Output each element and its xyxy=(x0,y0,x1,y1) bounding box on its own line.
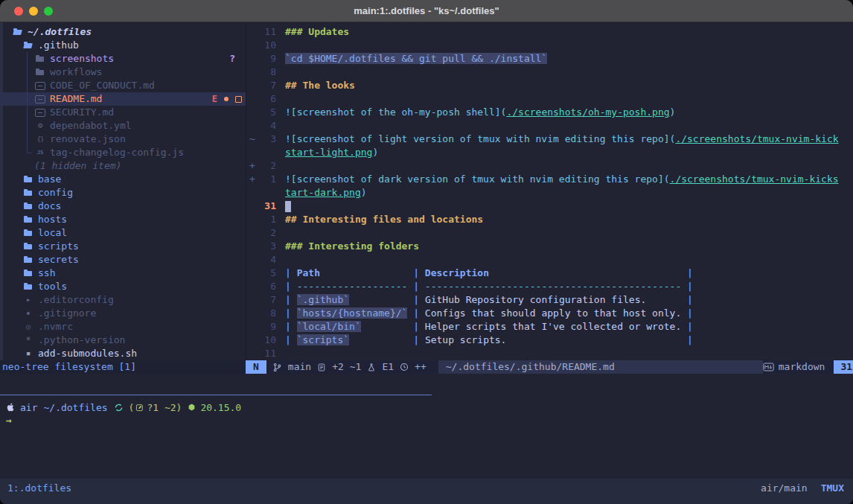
editor-line[interactable]: 8| `hosts/{hostname}/` | Configs that sh… xyxy=(246,307,853,320)
editor-line[interactable]: 10 xyxy=(246,39,853,52)
line-text xyxy=(285,200,291,213)
tree-item-dependabot.yml[interactable]: dependabot.yml xyxy=(0,119,246,133)
terminal-window: main:1:.dotfiles - "ks~/.dotfiles" ~/.do… xyxy=(0,0,853,504)
gutter-sign xyxy=(246,320,257,334)
editor-line[interactable]: 1## Interesting files and locations xyxy=(246,213,853,226)
line-text: ![screenshot of the oh-my-posh shell](./… xyxy=(285,106,675,119)
line-number: 9 xyxy=(257,52,276,66)
editor-pane[interactable]: 11### Updates109`cd $HOME/.dotfiles && g… xyxy=(246,22,853,360)
editor-line[interactable]: 11 xyxy=(246,347,853,360)
editor-line[interactable]: tart-dark.png) xyxy=(246,186,853,200)
tree-item-label: dependabot.yml xyxy=(50,119,132,133)
tree-item-label: SECURITY.md xyxy=(50,106,114,119)
tree-item-base[interactable]: base xyxy=(0,173,246,186)
line-number: 3 xyxy=(257,133,276,146)
editor-line[interactable]: start-light.png) xyxy=(246,146,853,159)
tree-item-scripts[interactable]: scripts xyxy=(0,240,246,253)
nvim-statusline: N main +2 ~1 E1 ++ ~/.do xyxy=(246,360,853,374)
tree-indent xyxy=(4,240,22,253)
tree-indent xyxy=(4,186,22,200)
tree-item-.nvmrc[interactable]: .nvmrc xyxy=(0,320,246,334)
editor-line[interactable]: 6| ------------------- | ---------------… xyxy=(246,280,853,293)
editor-line[interactable]: 9`cd $HOME/.dotfiles && git pull && ./in… xyxy=(246,52,853,66)
line-number: 7 xyxy=(257,293,276,307)
editor-line[interactable]: 31 xyxy=(246,200,853,213)
close-button[interactable] xyxy=(14,7,23,16)
editor-line[interactable]: 6 xyxy=(246,92,853,106)
tmux-window-1[interactable]: 1:.dotfiles xyxy=(7,482,71,495)
line-number: 4 xyxy=(257,253,276,267)
gutter-sign xyxy=(246,267,257,280)
tree-item-add-submodules.sh[interactable]: add-submodules.sh xyxy=(0,347,246,360)
editor-line[interactable]: 7| `.github` | GitHub Repository configu… xyxy=(246,293,853,307)
tree-item-hosts[interactable]: hosts xyxy=(0,213,246,226)
gear-icon xyxy=(34,119,46,133)
tree-item-.github[interactable]: .github xyxy=(0,39,246,52)
zoom-button[interactable] xyxy=(44,7,53,16)
tree-item-readme.md[interactable]: README.mdE xyxy=(0,92,246,106)
editor-line[interactable]: 2 xyxy=(246,226,853,240)
tree-item-ssh[interactable]: ssh xyxy=(0,267,246,280)
line-text: `cd $HOME/.dotfiles && git pull && ./ins… xyxy=(285,52,547,66)
editor-line[interactable]: +2 xyxy=(246,159,853,173)
line-text: ![screenshot of dark version of tmux wit… xyxy=(285,173,839,186)
tree-item-code-of-conduct.md[interactable]: CODE_OF_CONDUCT.md xyxy=(0,79,246,92)
tree-item-config[interactable]: config xyxy=(0,186,246,200)
tree-item-security.md[interactable]: SECURITY.md xyxy=(0,106,246,119)
line-number: 8 xyxy=(257,66,276,79)
tree-item-tag-changelog-config.js[interactable]: tag-changelog-config.js xyxy=(0,146,246,159)
editor-line[interactable]: 5![screenshot of the oh-my-posh shell](.… xyxy=(246,106,853,119)
editor-line[interactable]: 3### Interesting folders xyxy=(246,240,853,253)
tree-item-label: (1 hidden item) xyxy=(34,159,121,173)
tree-item-local[interactable]: local xyxy=(0,226,246,240)
editor-line[interactable]: 4 xyxy=(246,253,853,267)
plugin-updates: ++ xyxy=(415,360,426,374)
editor-line[interactable]: ~3![screenshot of light version of tmux … xyxy=(246,133,853,146)
editor-line[interactable]: 7## The looks xyxy=(246,79,853,92)
line-text: | `.github` | GitHub Repository configur… xyxy=(285,293,693,307)
node-icon xyxy=(188,403,196,412)
neotree-sidebar[interactable]: ~/.dotfiles.githubscreenshots?workflowsC… xyxy=(0,22,246,360)
md-icon xyxy=(34,79,46,92)
gutter-sign xyxy=(246,200,257,213)
tree-item-.python-version[interactable]: .python-version xyxy=(0,334,246,347)
tree-item-secrets[interactable]: secrets xyxy=(0,253,246,267)
shell-pane[interactable]: air ~/.dotfiles ( ?1 ~2 ) 20.15.0 → xyxy=(0,395,853,479)
editor-line[interactable]: 8 xyxy=(246,66,853,79)
tree-item-tools[interactable]: tools xyxy=(0,280,246,293)
line-text: | `hosts/{hostname}/` | Configs that sho… xyxy=(285,307,693,320)
tree-item-label: secrets xyxy=(38,253,79,267)
tree-item-.dotfiles[interactable]: ~/.dotfiles xyxy=(0,25,246,39)
editor-line[interactable]: 4 xyxy=(246,119,853,133)
tree-item-label: screenshots xyxy=(50,52,114,66)
tree-item-label: scripts xyxy=(38,240,79,253)
folder-icon xyxy=(34,66,46,79)
tree-item-.editorconfig[interactable]: .editorconfig xyxy=(0,293,246,307)
tmux-badge: TMUX xyxy=(821,482,844,495)
js-icon xyxy=(34,146,46,159)
tree-item-workflows[interactable]: workflows xyxy=(0,66,246,79)
git-status-open: ( xyxy=(129,402,135,413)
line-text: tart-dark.png) xyxy=(285,186,367,200)
tree-item-label: .python-version xyxy=(38,334,125,347)
tree-item-label: tag-changelog-config.js xyxy=(50,146,184,159)
tree-indent xyxy=(4,347,22,360)
tree-item-docs[interactable]: docs xyxy=(0,200,246,213)
titlebar[interactable]: main:1:.dotfiles - "ks~/.dotfiles" xyxy=(0,0,853,22)
editor-line[interactable]: 10| `scripts` | Setup scripts. | xyxy=(246,334,853,347)
hostname: air xyxy=(20,402,37,413)
tree-item-1-hidden-item[interactable]: (1 hidden item) xyxy=(0,159,246,173)
tree-item-screenshots[interactable]: screenshots? xyxy=(0,52,246,66)
editor-line[interactable]: 5| Path | Description | xyxy=(246,267,853,280)
tree-item-renovate.json[interactable]: renovate.json xyxy=(0,133,246,146)
line-text: ### Updates xyxy=(285,25,349,39)
tree-item-.gitignore[interactable]: .gitignore xyxy=(0,307,246,320)
line-number: 5 xyxy=(257,106,276,119)
editor-line[interactable]: 11### Updates xyxy=(246,25,853,39)
minimize-button[interactable] xyxy=(29,7,38,16)
editor-line[interactable]: 9| `local/bin` | Helper scripts that I'v… xyxy=(246,320,853,334)
tree-indent xyxy=(4,267,22,280)
tree-indent xyxy=(4,226,22,240)
editor-line[interactable]: +1![screenshot of dark version of tmux w… xyxy=(246,173,853,186)
tree-item-label: docs xyxy=(38,200,61,213)
